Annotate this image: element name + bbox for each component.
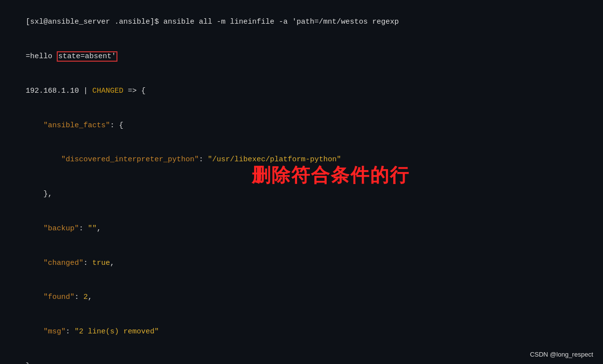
host1-ansible-facts: "ansible_facts": { — [8, 108, 595, 143]
host1-close-brace: } — [8, 349, 595, 364]
cmd-continuation: =hello — [26, 52, 57, 61]
command-line-2: =hello state=absent' — [8, 39, 595, 74]
host1-found: "found": 2, — [8, 280, 595, 315]
host1-header: 192.168.1.10 | CHANGED => { — [8, 74, 595, 109]
terminal-window: [sxl@ansible_server .ansible]$ ansible a… — [0, 0, 603, 364]
host1-changed: "changed": true, — [8, 246, 595, 280]
command-line-1: [sxl@ansible_server .ansible]$ ansible a… — [8, 5, 595, 39]
host1-backup: "backup": "", — [8, 212, 595, 246]
highlighted-state-absent: state=absent' — [57, 51, 117, 62]
annotation-text: 删除符合条件的行 — [252, 163, 410, 188]
host1-msg: "msg": "2 line(s) removed" — [8, 315, 595, 349]
watermark: CSDN @long_respect — [530, 351, 593, 358]
prompt-1: [sxl@ansible_server .ansible]$ ansible a… — [26, 18, 399, 26]
